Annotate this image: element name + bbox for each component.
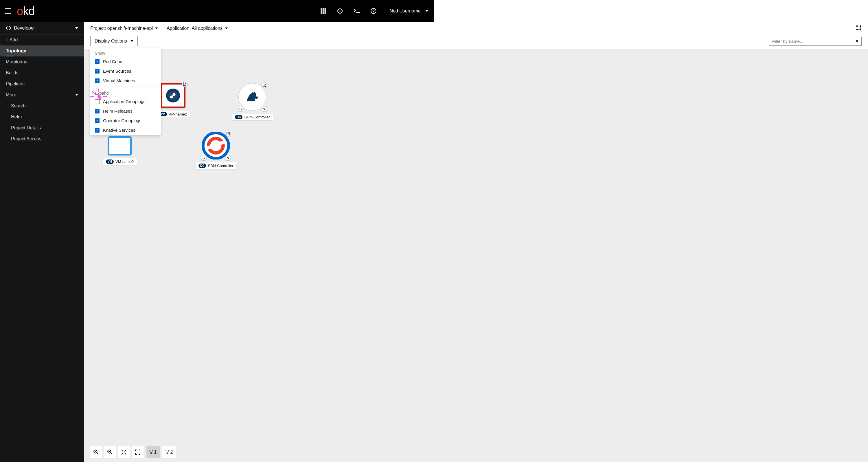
svg-rect-6	[320, 12, 322, 14]
sync-icon	[202, 156, 206, 160]
nav-item-monitoring[interactable]: Monitoring	[0, 56, 84, 67]
option-application-groupings[interactable]: Application Groupings	[90, 97, 161, 106]
nav-item-more[interactable]: More	[0, 89, 84, 100]
checkbox-icon[interactable]	[95, 59, 99, 64]
topology-node-sdn2[interactable]: DC SDN-Controller	[195, 132, 237, 169]
node-name: VM-name2	[169, 112, 187, 116]
nav-sub-project-access[interactable]: Project Access	[0, 134, 84, 144]
edit-source-decorator[interactable]	[225, 155, 231, 161]
option-event-sources[interactable]: Event Sources	[90, 66, 161, 76]
filter-bar: Display Options ✕	[84, 35, 434, 50]
svg-rect-3	[320, 10, 322, 12]
nav-sub-project-details[interactable]: Project Details	[0, 122, 84, 134]
chevron-down-icon	[425, 9, 428, 12]
chevron-down-icon	[75, 93, 78, 96]
option-helm-releases[interactable]: Helm Releases	[90, 106, 161, 116]
option-operator-groupings[interactable]: Operator Groupings	[90, 116, 161, 125]
svg-rect-0	[320, 8, 322, 10]
import-yaml-icon[interactable]	[337, 8, 343, 14]
openshift-icon	[202, 132, 230, 160]
nav-label: Project Access	[11, 136, 41, 142]
node-label[interactable]: DC SDN-Controller	[195, 163, 237, 169]
edit-source-decorator[interactable]	[261, 106, 267, 112]
nav-label: Helm	[11, 114, 22, 120]
external-link-icon	[226, 132, 230, 135]
chevron-down-icon	[130, 40, 133, 42]
node-name: SDN-Controller	[208, 164, 233, 168]
resource-badge: DC	[235, 115, 243, 119]
chevron-down-icon	[155, 27, 158, 30]
node-label[interactable]: VM VM-name2	[103, 158, 137, 165]
masthead-toolbar: ?	[320, 8, 377, 14]
code-icon	[6, 26, 11, 31]
terminal-icon[interactable]	[353, 8, 360, 14]
topology-node-vm-off[interactable]: VM VM-name2	[156, 83, 190, 118]
build-decorator[interactable]	[201, 155, 207, 161]
open-url-decorator[interactable]	[182, 81, 187, 87]
display-options-popover: Show Pod Count Event Sources Virtual Mac…	[90, 48, 161, 135]
option-pod-count[interactable]: Pod Count	[90, 57, 161, 66]
perspective-switcher[interactable]: Developer	[0, 22, 84, 34]
checkbox-icon[interactable]	[95, 128, 99, 133]
node-label[interactable]: VM VM-name2	[156, 111, 190, 118]
svg-rect-5	[324, 10, 326, 12]
svg-rect-2	[324, 8, 326, 10]
nav-item-builds[interactable]: Builds	[0, 67, 84, 79]
resource-badge: VM	[106, 160, 114, 164]
display-options-button[interactable]: Display Options	[90, 36, 138, 46]
logo-o: o	[17, 5, 23, 18]
user-menu[interactable]: Ned Username	[390, 8, 428, 13]
chevron-down-icon	[75, 27, 78, 30]
checkbox-icon[interactable]	[95, 118, 99, 123]
svg-rect-7	[322, 12, 324, 14]
node-name: VM-name2	[116, 160, 134, 164]
checkbox-icon[interactable]	[95, 99, 99, 104]
fedora-icon	[168, 91, 178, 100]
camel-icon	[245, 90, 259, 104]
nav-label: More	[6, 92, 16, 97]
logo-kd: kd	[23, 5, 34, 18]
nav-label: Project Details	[11, 125, 41, 131]
checkbox-icon[interactable]	[95, 79, 99, 83]
svg-rect-4	[322, 10, 324, 12]
nav-label: Pipelines	[6, 81, 25, 87]
perspective-label: Developer	[14, 26, 35, 31]
topology-node-vm-running[interactable]: VM VM-name2	[103, 136, 137, 165]
option-virtual-machines[interactable]: Virtual Machines	[90, 76, 161, 85]
nav-sidebar: Developer + Add Topology Monitoring Buil…	[0, 22, 84, 231]
svg-point-23	[227, 157, 228, 158]
svg-rect-8	[324, 12, 326, 14]
open-url-decorator[interactable]	[225, 131, 231, 136]
build-decorator[interactable]	[238, 106, 243, 112]
chevron-down-icon	[225, 27, 228, 30]
option-label: Virtual Machines	[103, 78, 135, 83]
section-header-expand: Expand	[90, 88, 161, 97]
external-link-icon	[263, 84, 266, 87]
nav-label: + Add	[6, 37, 18, 42]
svg-point-18	[264, 108, 265, 109]
option-knative-services[interactable]: Knative Services	[90, 125, 161, 135]
checkbox-icon[interactable]	[95, 109, 99, 113]
app-launcher-icon[interactable]	[320, 8, 327, 14]
project-dropdown[interactable]: Project: openshift-machine-api	[90, 26, 158, 31]
nav-item-topology[interactable]: Topology	[0, 46, 84, 56]
logo: okd	[17, 5, 35, 18]
open-url-decorator[interactable]	[261, 82, 267, 88]
node-label[interactable]: DC SDN-Controller	[232, 114, 273, 120]
nav-sub-search[interactable]: Search	[0, 100, 84, 111]
help-icon[interactable]: ?	[370, 8, 377, 14]
section-header-show: Show	[90, 48, 161, 57]
nav-toggle-button[interactable]	[4, 7, 11, 15]
option-label: Knative Services	[103, 128, 135, 133]
sync-icon	[239, 107, 242, 111]
application-dropdown[interactable]: Application: All applications	[167, 26, 228, 31]
nav-item-pipelines[interactable]: Pipelines	[0, 79, 84, 89]
nav-item-add[interactable]: + Add	[0, 34, 84, 46]
nav-sub-helm[interactable]: Helm	[0, 111, 84, 122]
nav-label: Builds	[6, 70, 19, 76]
display-options-label: Display Options	[95, 38, 127, 44]
checkbox-icon[interactable]	[95, 69, 99, 74]
application-label: Application: All applications	[167, 26, 222, 31]
nav-label: Search	[11, 103, 26, 109]
topology-node-sdn1[interactable]: DC SDN-Controller	[232, 83, 273, 120]
